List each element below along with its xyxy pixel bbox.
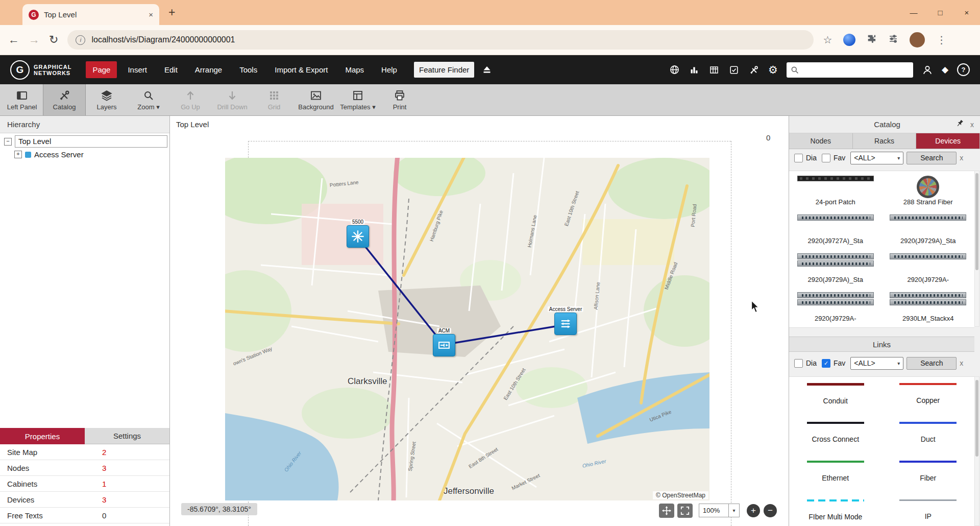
map-node-acm[interactable]: ACM	[433, 334, 455, 356]
property-row-cabinets[interactable]: Cabinets1	[0, 476, 169, 492]
global-search-box[interactable]	[787, 62, 913, 78]
toolbar-grid-button[interactable]: Grid	[253, 84, 295, 115]
fit-to-screen-button[interactable]	[677, 504, 693, 518]
minimize-button[interactable]: —	[900, 0, 927, 25]
zoom-level-select[interactable]: 100% ▾	[699, 504, 740, 517]
pan-mode-button[interactable]	[659, 504, 674, 518]
media-controls-icon[interactable]	[888, 34, 898, 46]
catalog-link-conduit[interactable]: Conduit	[789, 377, 882, 416]
settings-gear-icon[interactable]: ⚙	[768, 64, 778, 76]
extensions-puzzle-icon[interactable]	[867, 34, 877, 46]
toolbar-drill-down-button[interactable]: Drill Down	[211, 84, 253, 115]
tree-item-top-level[interactable]: − Top Level	[0, 133, 169, 149]
catalog-device-2920-j9729a[interactable]: 2920(J9729A-	[789, 288, 882, 326]
menu-import-export[interactable]: Import & Export	[268, 61, 334, 78]
toolbar-templates-button[interactable]: Templates ▾	[337, 84, 379, 115]
catalog-tab-devices[interactable]: Devices	[916, 133, 980, 149]
link-search-button[interactable]: Search	[906, 357, 957, 370]
property-row-nodes[interactable]: Nodes3	[0, 460, 169, 476]
toolbar-left-panel-button[interactable]: Left Panel	[1, 84, 43, 115]
catalog-device-24-port-patch[interactable]: 24-port Patch	[789, 171, 882, 210]
catalog-device-2920-j9729a-sta[interactable]: 2920(J9729A)_Sta	[882, 210, 975, 249]
map-node-5500[interactable]: 5500	[347, 225, 369, 248]
toolbar-print-button[interactable]: Print	[379, 84, 421, 115]
catalog-device-288-strand-fiber[interactable]: 288 Strand Fiber	[882, 171, 975, 210]
catalog-tab-nodes[interactable]: Nodes	[789, 133, 853, 149]
link-type-select[interactable]: <ALL>▾	[850, 357, 903, 370]
url-omnibox[interactable]: i localhost/vis/Diagram/24000000000001	[67, 30, 814, 50]
close-button[interactable]: ×	[953, 0, 980, 25]
menu-insert[interactable]: Insert	[121, 61, 154, 78]
eject-icon[interactable]	[481, 64, 493, 76]
link-fav-checkbox[interactable]: ✓	[822, 359, 830, 368]
zoom-dropdown-icon[interactable]: ▾	[728, 504, 739, 517]
toolbar-go-up-button[interactable]: Go Up	[169, 84, 211, 115]
collapse-expander-icon[interactable]: −	[4, 138, 12, 146]
feature-finder-button[interactable]: Feature Finder	[414, 62, 474, 78]
menu-arrange[interactable]: Arrange	[188, 61, 229, 78]
toolbar-catalog-button[interactable]: Catalog	[43, 84, 86, 115]
zoom-out-button[interactable]: −	[764, 504, 777, 517]
catalog-link-ip[interactable]: IP	[882, 493, 975, 526]
profile-avatar[interactable]	[910, 32, 925, 47]
property-row-site-map[interactable]: Site Map2	[0, 444, 169, 460]
property-row-free-texts[interactable]: Free Texts0	[0, 508, 169, 523]
menu-maps[interactable]: Maps	[338, 61, 371, 78]
tab-close-icon[interactable]: ×	[149, 10, 153, 19]
catalog-device-2920-j9729a[interactable]: 2920(J9729A-	[882, 249, 975, 288]
device-dia-checkbox[interactable]	[794, 154, 803, 162]
gem-icon[interactable]: ◆	[942, 64, 948, 75]
catalog-link-cross-connect[interactable]: Cross Connect	[789, 416, 882, 455]
tab-properties[interactable]: Properties	[0, 428, 85, 444]
links-scrollbar[interactable]	[974, 376, 979, 526]
table-icon[interactable]	[708, 64, 720, 76]
device-search-button[interactable]: Search	[906, 152, 957, 164]
catalog-link-fiber[interactable]: Fiber	[882, 455, 975, 493]
global-search-input[interactable]	[802, 65, 909, 75]
help-icon[interactable]: ?	[957, 63, 970, 76]
map-background[interactable]: Potters LaneHamburg PikeHolmans LaneEast…	[225, 158, 709, 500]
user-account-icon[interactable]	[922, 64, 933, 76]
catalog-device-2920-j9729a-sta[interactable]: 2920(J9729A)_Sta	[789, 249, 882, 288]
browser-tab[interactable]: G Top Level ×	[22, 4, 159, 25]
menu-tools[interactable]: Tools	[233, 61, 264, 78]
expand-expander-icon[interactable]: +	[14, 151, 22, 158]
maximize-button[interactable]: □	[927, 0, 953, 25]
toolbar-layers-button[interactable]: Layers	[86, 84, 128, 115]
link-dia-checkbox[interactable]	[794, 359, 803, 368]
toolbar-background-button[interactable]: Background	[295, 84, 337, 115]
bookmark-star-icon[interactable]: ☆	[823, 34, 832, 46]
diagram-canvas[interactable]: Top Level 0	[170, 116, 789, 526]
catalog-device-2930lm-stackx4[interactable]: 2930LM_Stackx4	[882, 288, 975, 326]
browser-menu-icon[interactable]: ⋮	[936, 34, 946, 46]
tree-root-label[interactable]: Top Level	[15, 135, 167, 148]
tasks-check-icon[interactable]	[728, 64, 740, 76]
device-clear-search[interactable]: x	[960, 154, 963, 162]
property-row-rich-texts[interactable]: Rich Texts0	[0, 523, 169, 526]
device-scrollbar-thumb[interactable]	[975, 173, 978, 270]
new-tab-button[interactable]: +	[168, 6, 175, 19]
device-fav-checkbox[interactable]	[822, 154, 830, 162]
tools-icon[interactable]	[748, 64, 760, 76]
globe-icon[interactable]	[669, 64, 680, 76]
catalog-link-ethernet[interactable]: Ethernet	[789, 455, 882, 493]
catalog-link-copper[interactable]: Copper	[882, 377, 975, 416]
extension-blue-icon[interactable]	[843, 34, 855, 46]
links-scrollbar-thumb[interactable]	[975, 380, 978, 457]
toolbar-zoom-button[interactable]: Zoom ▾	[128, 84, 169, 115]
refresh-icon[interactable]: ↻	[49, 33, 58, 46]
device-type-select[interactable]: <ALL>▾	[850, 152, 903, 164]
tree-item-access-server[interactable]: + Access Server	[0, 149, 169, 160]
menu-help[interactable]: Help	[375, 61, 404, 78]
pin-icon[interactable]	[955, 119, 964, 130]
catalog-link-fiber-multi-mode[interactable]: FIber Multi Mode	[789, 493, 882, 526]
panel-close-icon[interactable]: x	[970, 121, 974, 129]
catalog-device-2920-j9727a-sta[interactable]: 2920(J9727A)_Sta	[789, 210, 882, 249]
property-row-devices[interactable]: Devices3	[0, 492, 169, 508]
catalog-tab-racks[interactable]: Racks	[853, 133, 917, 149]
tab-settings[interactable]: Settings	[85, 428, 169, 444]
zoom-in-button[interactable]: +	[747, 504, 760, 517]
chart-icon[interactable]	[689, 64, 700, 76]
menu-edit[interactable]: Edit	[158, 61, 184, 78]
menu-page[interactable]: Page	[86, 61, 117, 78]
